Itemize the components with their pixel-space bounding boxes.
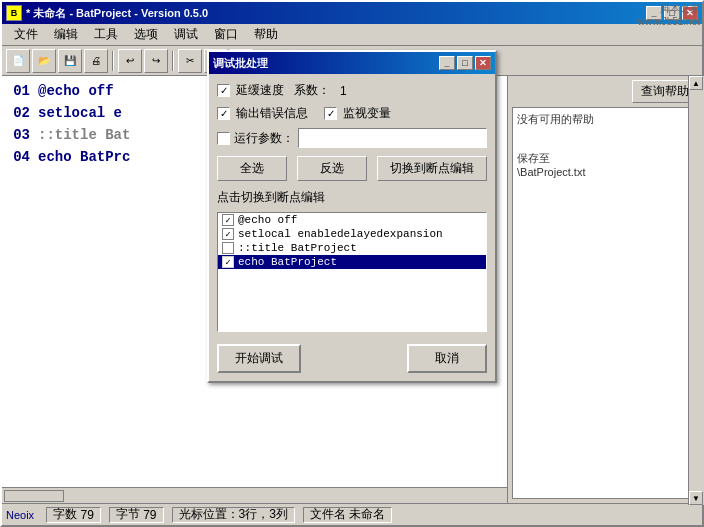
output-errors-checkbox[interactable] (217, 107, 230, 120)
list-label: 点击切换到断点编辑 (217, 189, 487, 206)
delay-speed-checkbox[interactable] (217, 84, 230, 97)
debug-list-item-1[interactable]: setlocal enabledelayedexpansion (218, 227, 486, 241)
dialog-minimize-button[interactable]: _ (439, 56, 455, 70)
cancel-button[interactable]: 取消 (407, 344, 487, 373)
dialog-title-left: 调试批处理 (213, 56, 268, 71)
debug-list[interactable]: @echo off setlocal enabledelayedexpansio… (217, 212, 487, 332)
debug-list-item-2[interactable]: ::title BatProject (218, 241, 486, 255)
start-debug-button[interactable]: 开始调试 (217, 344, 301, 373)
switch-breakpoint-button[interactable]: 切换到断点编辑 (377, 156, 487, 181)
dialog-maximize-button[interactable]: □ (457, 56, 473, 70)
output-errors-row: 输出错误信息 (217, 105, 308, 122)
debug-dialog: 调试批处理 _ □ ✕ 延缓速度 系数： 1 输出错误信息 (207, 50, 497, 383)
coefficient-label: 系数： (294, 82, 330, 99)
list-item-1-text: setlocal enabledelayedexpansion (238, 228, 443, 240)
coefficient-value: 1 (340, 84, 347, 98)
list-item-1-checkbox[interactable] (222, 228, 234, 240)
dialog-close-button[interactable]: ✕ (475, 56, 491, 70)
output-errors-label: 输出错误信息 (236, 105, 308, 122)
delay-speed-row: 延缓速度 系数： 1 (217, 82, 487, 99)
list-item-3-checkbox[interactable] (222, 256, 234, 268)
invert-button[interactable]: 反选 (297, 156, 367, 181)
debug-list-item-0[interactable]: @echo off (218, 213, 486, 227)
list-item-3-text: echo BatProject (238, 256, 337, 268)
dialog-overlay: 调试批处理 _ □ ✕ 延缓速度 系数： 1 输出错误信息 (0, 0, 704, 527)
monitor-vars-label: 监视变量 (343, 105, 391, 122)
run-params-row: 运行参数： (217, 128, 487, 148)
dialog-title-buttons: _ □ ✕ (439, 56, 491, 70)
select-all-button[interactable]: 全选 (217, 156, 287, 181)
monitor-vars-checkbox[interactable] (324, 107, 337, 120)
delay-speed-label: 延缓速度 (236, 82, 284, 99)
list-item-2-checkbox[interactable] (222, 242, 234, 254)
monitor-vars-row: 监视变量 (324, 105, 391, 122)
list-item-0-text: @echo off (238, 214, 297, 226)
list-item-0-checkbox[interactable] (222, 214, 234, 226)
dialog-body: 延缓速度 系数： 1 输出错误信息 监视变量 运行参数： (209, 74, 495, 381)
bottom-buttons-row: 开始调试 取消 (217, 344, 487, 373)
debug-list-item-3[interactable]: echo BatProject (218, 255, 486, 269)
list-item-2-text: ::title BatProject (238, 242, 357, 254)
action-buttons-row: 全选 反选 切换到断点编辑 (217, 156, 487, 181)
run-params-label: 运行参数： (234, 130, 294, 147)
dialog-title-text: 调试批处理 (213, 56, 268, 71)
run-params-checkbox[interactable] (217, 132, 230, 145)
options-row: 输出错误信息 监视变量 (217, 105, 487, 122)
dialog-title-bar: 调试批处理 _ □ ✕ (209, 52, 495, 74)
run-params-input[interactable] (298, 128, 487, 148)
